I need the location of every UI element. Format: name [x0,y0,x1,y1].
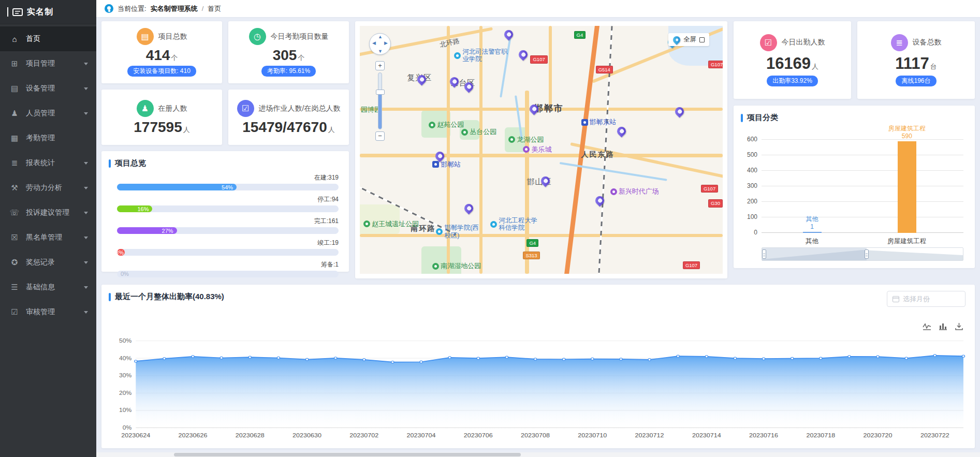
data-point[interactable] [505,356,508,358]
map-label-text: 丛台公园 [470,127,496,137]
sidebar-item-project[interactable]: ⊞项目管理 [0,51,96,76]
sidebar-item-report[interactable]: ≣报表统计 [0,151,96,175]
data-point[interactable] [477,357,479,359]
pan-right-icon[interactable]: ▶ [384,40,388,46]
map-marker-pin[interactable] [503,28,515,41]
route-badge-G107: G107 [701,185,718,193]
sidebar-item-labor[interactable]: ⚒劳动力分析 [0,175,96,200]
map-label: 美乐城 [523,145,551,154]
sidebar-item-basic-info[interactable]: ☰基础信息 [0,275,96,300]
zoom-in-button[interactable]: + [375,61,385,70]
data-point[interactable] [163,358,166,360]
data-point[interactable] [591,358,594,360]
route-badge-G107: G107 [708,61,723,68]
sidebar-item-complaint[interactable]: ☏投诉建议管理 [0,200,96,225]
map-marker-pin[interactable] [673,105,685,117]
data-point[interactable] [220,357,223,359]
data-point[interactable] [534,358,536,360]
x-axis-tick: 20230626 [179,433,208,438]
datazoom-selection[interactable] [762,248,867,260]
stat-card-value: 414个 [146,48,178,63]
data-point[interactable] [933,355,936,357]
bar-房屋建筑工程[interactable]: 房屋建筑工程590 [898,141,916,233]
data-point[interactable] [192,356,194,358]
stat-cards-right: ☑今日出勤人数16169人出勤率33.92%≣设备总数1117台离线196台 [734,21,975,99]
map-label: 河北司法警官职业学院 [454,48,510,63]
map-marker-pin[interactable] [615,125,627,138]
data-point[interactable] [248,356,251,358]
data-point[interactable] [305,358,308,360]
data-point[interactable] [334,357,337,359]
data-point[interactable] [363,359,365,361]
chevron-down-icon [84,261,88,264]
datazoom-handle-right[interactable] [865,249,869,259]
bar-其他[interactable]: 其他1 [803,232,822,233]
classify-title: 项目分类 [747,113,778,123]
data-point[interactable] [420,361,422,363]
sidebar-item-audit[interactable]: ☑审核管理 [0,300,96,325]
data-point[interactable] [848,356,851,358]
section-accent [741,114,743,122]
stat-card-title: 今日考勤项目数量 [271,32,329,41]
map-compass-control[interactable]: ▲▼◀▶ [369,33,391,55]
data-point[interactable] [448,357,451,359]
zoom-out-button[interactable]: − [375,131,385,141]
data-point[interactable] [677,355,679,357]
project-classify-card: 项目分类 0100200300400500600其他1其他房屋建筑工程590房屋… [734,106,975,268]
data-point[interactable] [876,356,879,358]
data-point[interactable] [620,358,622,360]
data-point[interactable] [905,357,908,359]
map-marker-pin[interactable] [593,195,606,207]
data-point[interactable] [791,357,794,359]
download-icon[interactable] [955,322,963,331]
data-point[interactable] [762,358,765,360]
project-overview-card: 项目总览 在建:31954%停工:9416%完工:16127%竣工:193%筹备… [101,151,349,272]
overview-row-label: 完工:161 [117,217,339,226]
sidebar-item-blacklist[interactable]: ☒黑名单管理 [0,225,96,250]
map-canvas[interactable]: G107G4G514G107G107G30G4S313G107北环路河北司法警官… [360,26,723,274]
pan-left-icon[interactable]: ◀ [372,40,376,46]
folder-icon: ▤ [137,28,154,45]
datazoom-handle-left[interactable] [762,249,766,259]
data-point[interactable] [135,360,137,362]
route-badge-S313: S313 [523,252,539,259]
bar-chart-toggle-icon[interactable] [939,322,947,331]
horizontal-scrollbar-thumb[interactable] [174,453,521,456]
zoom-slider-thumb[interactable] [376,90,385,95]
bar-label: 房屋建筑工程590 [876,125,938,140]
sidebar-item-attendance[interactable]: ▦考勤管理 [0,126,96,151]
sidebar-item-reward[interactable]: ✪奖惩记录 [0,250,96,275]
breadcrumb-current[interactable]: 首页 [208,4,221,13]
data-point[interactable] [563,358,565,360]
line-chart-toggle-icon[interactable] [923,322,931,331]
map-marker-pin[interactable] [463,202,475,214]
data-point[interactable] [734,357,736,359]
y-axis-tick: 100 [747,213,757,220]
pan-down-icon[interactable]: ▼ [378,49,383,54]
y-axis-tick: 40% [119,355,131,361]
data-point[interactable] [705,356,708,358]
month-picker[interactable]: 选择月份 [887,291,966,307]
data-point[interactable] [820,357,822,359]
sidebar-item-home[interactable]: ⌂首页 [0,26,96,51]
poi-icon [429,122,435,128]
sidebar-item-personnel[interactable]: ♟人员管理 [0,101,96,126]
zoom-slider-track[interactable] [378,72,382,129]
personnel-icon: ♟ [9,109,20,118]
data-point[interactable] [277,357,280,359]
location-pin-icon [105,4,113,13]
breadcrumb-system[interactable]: 实名制管理系统 [151,4,198,13]
poi-icon [490,221,497,228]
map-label: 河北工程大学科信学院 [490,217,543,232]
map-marker-pin[interactable] [517,48,530,61]
data-point[interactable] [648,359,651,361]
overview-row: 完工:16127% [117,217,339,234]
datazoom-slider[interactable] [762,247,963,261]
pan-up-icon[interactable]: ▲ [378,34,383,39]
sidebar-item-device[interactable]: ▤设备管理 [0,76,96,101]
stat-card-badge: 考勤率: 95.61% [261,66,316,77]
fullscreen-button[interactable]: 全屏 [668,33,709,46]
data-point[interactable] [962,355,964,357]
data-point[interactable] [391,361,394,363]
y-axis-tick: 50% [119,338,131,344]
